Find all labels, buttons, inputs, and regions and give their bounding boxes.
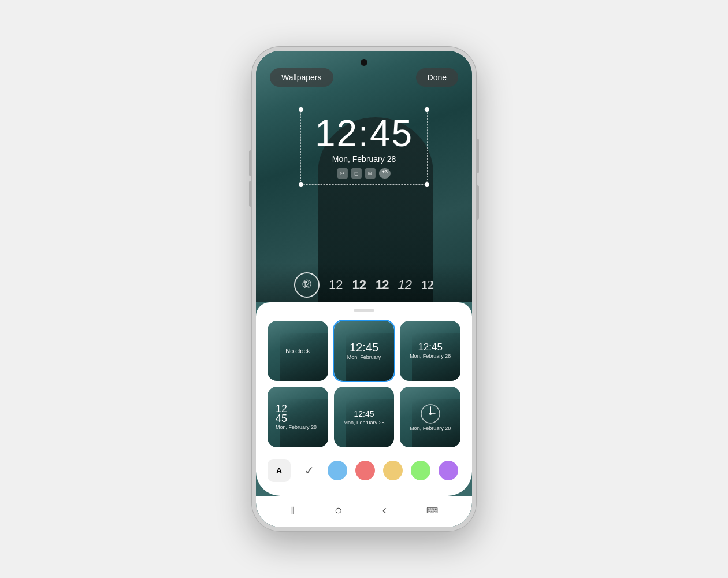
stacked-label: 12 45 Mon, February 28 — [268, 387, 328, 447]
volume-down[interactable] — [249, 181, 251, 207]
no-clock-label: No clock — [268, 321, 328, 381]
clock-option-digital-date[interactable]: 12:45 Mon, February 28 — [400, 321, 460, 381]
small-center-label: 12:45 Mon, February 28 — [334, 387, 395, 447]
phone-frame: Wallpapers Done 12:45 Mon, February 28 ✂… — [251, 46, 477, 532]
notif-square: ◻ — [351, 168, 362, 179]
recent-apps-button[interactable]: ⦀ — [290, 505, 295, 517]
bottom-sheet: No clock 12:45 Mon, February 12:45 — [256, 302, 472, 496]
corner-handle-bl — [299, 182, 303, 187]
camera-hole — [361, 59, 367, 66]
digital-date-label: 12:45 Mon, February 28 — [400, 321, 460, 381]
thumb-time: 12:45 — [354, 409, 374, 418]
font-option-2[interactable]: 12 — [352, 277, 366, 292]
wallpapers-button[interactable]: Wallpapers — [270, 68, 333, 87]
volume-buttons — [249, 150, 251, 207]
clock-option-no-clock[interactable]: No clock — [268, 321, 328, 381]
keyboard-button[interactable]: ⌨ — [426, 506, 438, 515]
color-green[interactable] — [411, 461, 430, 480]
clock-time-display: 12:45 — [315, 115, 413, 152]
font-option-4[interactable]: 12 — [398, 277, 411, 292]
font-option-5[interactable]: 12 — [421, 277, 434, 292]
thumb-time: 12:45 — [418, 342, 443, 352]
thumb-date: Mon, February 28 — [410, 353, 451, 359]
color-pink[interactable] — [355, 461, 375, 480]
color-yellow[interactable] — [383, 461, 403, 480]
thumb-time2: 45 — [276, 414, 287, 423]
phone-screen: Wallpapers Done 12:45 Mon, February 28 ✂… — [256, 51, 472, 527]
analog-clock-svg — [420, 403, 441, 424]
font-style-button[interactable]: A — [268, 459, 291, 482]
recent-icon: ⦀ — [290, 505, 295, 516]
check-icon: ✓ — [304, 464, 314, 477]
thumb-date: Mon, February 28 — [343, 420, 384, 425]
color-purple[interactable] — [439, 461, 458, 480]
clock-option-analog[interactable]: Mon, February 28 — [400, 387, 460, 447]
lockscreen: Wallpapers Done 12:45 Mon, February 28 ✂… — [256, 51, 472, 302]
volume-up[interactable] — [249, 150, 251, 176]
notif-mail: ✉ — [365, 168, 376, 179]
top-action-buttons: Wallpapers Done — [256, 68, 472, 87]
notif-badge: +3 — [379, 168, 391, 179]
font-option-3[interactable]: 12 — [376, 277, 388, 292]
analog-label: Mon, February 28 — [400, 387, 460, 447]
thumb-time: 12:45 — [350, 342, 378, 353]
clock-style-grid: No clock 12:45 Mon, February 12:45 — [268, 321, 460, 447]
svg-point-3 — [429, 413, 432, 415]
font-option-0[interactable]: ⑫ — [294, 272, 320, 298]
home-button[interactable]: ○ — [335, 503, 342, 518]
thumb-date: Mon, February 28 — [410, 425, 451, 431]
bottom-controls: A ✓ — [268, 457, 460, 484]
clock-option-stacked[interactable]: 12 45 Mon, February 28 — [268, 387, 328, 447]
navigation-bar: ⦀ ○ ‹ ⌨ — [256, 496, 472, 527]
keyboard-icon: ⌨ — [426, 506, 438, 515]
clock-date-display: Mon, February 28 — [315, 154, 413, 164]
sheet-handle — [354, 309, 374, 312]
clock-option-digital-large[interactable]: 12:45 Mon, February — [334, 321, 395, 381]
digital-large-label: 12:45 Mon, February — [334, 321, 395, 381]
clock-widget[interactable]: 12:45 Mon, February 28 ✂ ◻ ✉ +3 — [300, 109, 428, 185]
back-button[interactable]: ‹ — [382, 503, 387, 518]
back-icon: ‹ — [382, 503, 387, 517]
font-icon: A — [276, 466, 282, 475]
font-style-strip: ⑫ 12 12 12 12 12 — [256, 263, 472, 302]
clock-option-small-center[interactable]: 12:45 Mon, February 28 — [334, 387, 395, 447]
thumb-date: Mon, February 28 — [276, 424, 317, 430]
home-icon: ○ — [335, 503, 342, 517]
done-button[interactable]: Done — [416, 68, 458, 87]
thumb-date: Mon, February — [347, 354, 381, 360]
notif-scissors: ✂ — [337, 168, 348, 179]
color-blue[interactable] — [328, 461, 347, 480]
checkmark-button[interactable]: ✓ — [299, 460, 320, 481]
font-option-1[interactable]: 12 — [329, 277, 343, 292]
notification-row: ✂ ◻ ✉ +3 — [315, 168, 413, 179]
